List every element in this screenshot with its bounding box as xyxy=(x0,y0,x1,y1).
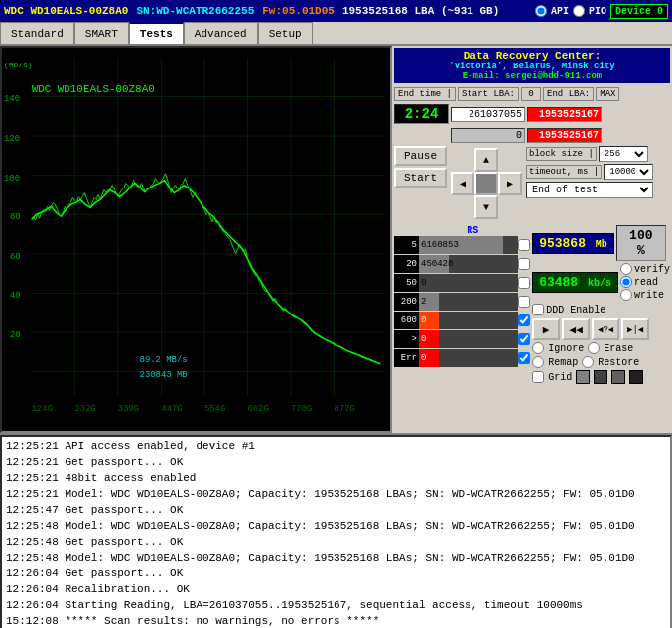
bar-row-20ms: 20 450428 xyxy=(394,255,530,273)
grid-row: Grid xyxy=(532,370,670,384)
bar-row-600ms: 600 0 xyxy=(394,312,530,329)
play-button[interactable]: ▶ xyxy=(532,318,560,340)
lba-zero-input[interactable] xyxy=(451,128,525,143)
remap-restore-row: Remap Restore xyxy=(532,356,670,368)
ddd-enable-checkbox[interactable] xyxy=(532,304,544,315)
timer-display: 2:24 xyxy=(394,104,449,124)
erase-label: Erase xyxy=(604,343,633,354)
max-label: MAX xyxy=(596,87,619,101)
tab-advanced[interactable]: Advanced xyxy=(184,22,258,44)
ignore-label: Ignore xyxy=(548,343,584,354)
end-lba-input[interactable] xyxy=(527,107,602,122)
log-area[interactable]: 12:25:21 API access enabled, device #112… xyxy=(0,435,672,628)
svg-text:554G: 554G xyxy=(204,404,225,414)
svg-text:(Mb/s): (Mb/s) xyxy=(4,61,32,69)
step-back-button[interactable]: ◀?◀ xyxy=(592,318,619,340)
pio-radio[interactable] xyxy=(573,5,585,17)
read-radio[interactable] xyxy=(620,276,632,288)
restore-radio[interactable] xyxy=(582,356,594,368)
main-area: 140 120 100 80 60 40 20 (Mb/s) 124G 232G… xyxy=(0,46,672,433)
chart-area: 140 120 100 80 60 40 20 (Mb/s) 124G 232G… xyxy=(0,46,392,433)
svg-text:339G: 339G xyxy=(118,404,139,414)
bar-check-20[interactable] xyxy=(518,258,530,270)
restore-label: Restore xyxy=(598,357,639,368)
step-fwd-button[interactable]: ▶|◀ xyxy=(621,318,649,340)
write-label: write xyxy=(634,290,664,301)
bar-check-gt[interactable] xyxy=(518,333,530,345)
grid-label: Grid xyxy=(548,372,572,383)
log-line: 12:26:04 Starting Reading, LBA=261037055… xyxy=(6,597,666,613)
back-button[interactable]: ◀◀ xyxy=(562,318,590,340)
bar-row-50ms: 50 0 xyxy=(394,274,530,292)
timer-lba-row: 2:24 xyxy=(394,104,670,124)
grid-color-1[interactable] xyxy=(576,370,590,384)
tab-setup[interactable]: Setup xyxy=(258,22,313,44)
start-button[interactable]: Start xyxy=(394,168,447,188)
api-radio[interactable] xyxy=(535,5,547,17)
right-stats-col: 953868 Mb 100 % 63488 kb/s xyxy=(532,225,670,384)
rs-label: RS xyxy=(394,225,530,236)
firmware: 05.01D05 xyxy=(282,5,335,17)
log-line: 15:12:08 ***** Scan results: no warnings… xyxy=(6,613,666,628)
kbps-unit: kb/s xyxy=(588,278,611,289)
read-row: read xyxy=(620,276,670,288)
tab-tests[interactable]: Tests xyxy=(129,22,184,44)
kbps-stats-row: 63488 kb/s verify read xyxy=(532,263,670,301)
dir-up[interactable]: ▲ xyxy=(474,148,498,172)
api-pio-section: API PIO Device 0 xyxy=(535,4,668,19)
serial-number: WD-WCATR2662255 xyxy=(156,5,254,17)
params-col: block size | 256 timeout, ms | 10000 End… xyxy=(526,146,653,198)
lba-row-1: End time | Start LBA: 0 End LBA: MAX xyxy=(394,87,670,101)
tab-smart[interactable]: SMART xyxy=(74,22,129,44)
log-line: 12:25:21 Model: WDC WD10EALS-00Z8A0; Cap… xyxy=(6,486,666,502)
ignore-radio[interactable] xyxy=(532,342,544,354)
remap-radio[interactable] xyxy=(532,356,544,368)
block-size-select[interactable]: 256 xyxy=(599,146,648,162)
lba-end-input2[interactable] xyxy=(527,128,602,143)
dir-center[interactable] xyxy=(474,172,498,195)
dir-right[interactable]: ▶ xyxy=(498,172,522,195)
grid-color-3[interactable] xyxy=(611,370,625,384)
grid-color-2[interactable] xyxy=(594,370,607,384)
verify-radio[interactable] xyxy=(620,263,632,275)
bar-check-err[interactable] xyxy=(518,352,530,364)
bar-check-50[interactable] xyxy=(518,277,530,289)
right-panel: Data Recovery Center: 'Victoria', Belaru… xyxy=(392,46,672,433)
timeout-select[interactable]: 10000 xyxy=(604,164,653,180)
tab-standard[interactable]: Standard xyxy=(0,22,74,44)
svg-text:60: 60 xyxy=(10,252,21,262)
start-lba-input[interactable] xyxy=(451,107,525,122)
svg-rect-0 xyxy=(2,48,390,431)
svg-text:124G: 124G xyxy=(32,404,53,414)
lba-info: 1953525168 LBA (~931 GB) xyxy=(342,5,499,17)
start-lba-label: Start LBA: xyxy=(458,87,519,101)
status-select[interactable]: End of test xyxy=(526,182,653,198)
bar-check-5[interactable] xyxy=(518,239,530,251)
end-lba-label: End LBA: xyxy=(543,87,594,101)
write-radio[interactable] xyxy=(620,289,632,301)
pause-button[interactable]: Pause xyxy=(394,146,447,166)
svg-text:877G: 877G xyxy=(335,404,355,414)
dir-left[interactable]: ◀ xyxy=(451,172,474,195)
log-line: 12:25:47 Get passport... OK xyxy=(6,502,666,518)
bar-row-gt: > 0 xyxy=(394,330,530,348)
grid-checkbox[interactable] xyxy=(532,371,544,383)
bar-row-5ms: 5 6160853 xyxy=(394,236,530,254)
bar-check-600[interactable] xyxy=(518,314,530,326)
read-label: read xyxy=(634,277,658,288)
svg-text:230843 MB: 230843 MB xyxy=(140,370,188,380)
log-line: 12:25:21 48bit access enabled xyxy=(6,470,666,486)
dir-down[interactable]: ▼ xyxy=(474,195,498,219)
erase-radio[interactable] xyxy=(588,342,600,354)
svg-text:662G: 662G xyxy=(247,404,268,414)
ddd-label: DDD Enable xyxy=(546,305,605,315)
log-line: 12:25:48 Model: WDC WD10EALS-00Z8A0; Cap… xyxy=(6,518,666,534)
grid-color-4[interactable] xyxy=(629,370,643,384)
svg-text:232G: 232G xyxy=(74,404,95,414)
tab-bar: Standard SMART Tests Advanced Setup xyxy=(0,22,672,46)
write-row: write xyxy=(620,289,670,301)
mb-stats-row: 953868 Mb 100 % xyxy=(532,225,670,261)
log-line: 12:26:04 Recalibration... OK xyxy=(6,581,666,597)
bar-check-200[interactable] xyxy=(518,296,530,308)
svg-text:20: 20 xyxy=(10,330,21,340)
